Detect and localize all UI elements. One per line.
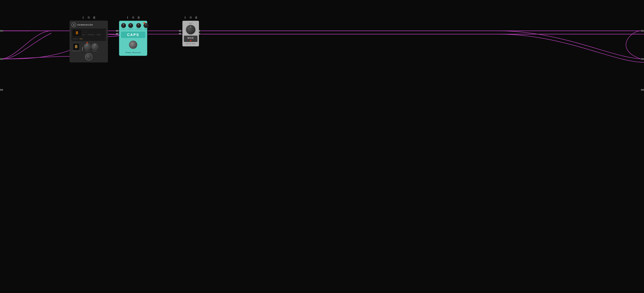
- lowpass-label: LOWPASS: [135, 28, 142, 30]
- gain-main-indicator: [190, 26, 191, 28]
- svg-rect-5: [641, 58, 644, 60]
- scale-row: SCALE: Minor: [73, 38, 105, 40]
- lowest-wet-label: LOWEST WET: [72, 50, 81, 51]
- harmonizer-bottom: 8 LOWEST WET | GAIN 1 GAIN 2: [72, 42, 106, 51]
- damping-indicator: [130, 24, 131, 25]
- gain-settings-icon[interactable]: ⚙: [189, 16, 192, 19]
- harmonizer-gain2-group: GAIN 2: [92, 43, 98, 51]
- harmonizer-title: HARMONIZER: [78, 24, 93, 26]
- harmonizer-controls: · · · · · · · · · · · · · · KEY INTERVAL…: [82, 30, 105, 35]
- reverb-toolbar: ℹ ⚙ 🗑: [126, 16, 140, 19]
- reverb-delete-icon[interactable]: 🗑: [137, 16, 140, 19]
- svg-rect-16: [179, 33, 181, 34]
- plate-reverb-plugin: ℹ ⚙ 🗑 DECAY DAMPING: [119, 16, 147, 56]
- reverb-footswitch-area: [121, 39, 145, 50]
- lowpass-indicator: [138, 24, 139, 25]
- gain-toolbar: ℹ ⚙ 🗑: [183, 16, 198, 19]
- harmonizer-body: A HARMONIZER 8 · · · · · · · · · · · · ·…: [70, 21, 108, 62]
- harmonizer-info-display: · · · · · · · · · · · · · ·: [82, 30, 87, 33]
- svg-rect-15: [179, 30, 181, 31]
- decay-label: DECAY: [121, 28, 126, 30]
- scale-value: Minor: [80, 38, 83, 40]
- reverb-knobs-row: DECAY DAMPING LOWPASS MIX: [121, 23, 145, 30]
- gain2-knob[interactable]: [92, 43, 98, 50]
- harmonizer-display-number: 8: [73, 30, 81, 37]
- plate-reverb-body: DECAY DAMPING LOWPASS MIX: [119, 21, 147, 56]
- separator-bar: |: [82, 46, 83, 51]
- harmonizer-logo: A: [72, 22, 76, 27]
- harmonizer-info-icon[interactable]: ℹ: [81, 16, 85, 19]
- harmonizer-display: 8 · · · · · · · · · · · · · · KEY INTERV…: [72, 28, 106, 41]
- mode-label: MODE: [97, 34, 101, 35]
- reverb-mix-knob[interactable]: [144, 23, 148, 28]
- mod-box: MOD: [184, 36, 198, 42]
- mod-text: MOD: [185, 37, 196, 39]
- reverb-decay-knob[interactable]: [121, 23, 126, 28]
- reverb-damping-knob[interactable]: [128, 23, 133, 28]
- display-number: 8: [73, 30, 81, 36]
- stereo-gain-plugin: ℹ ⚙ 🗑 GAIN MOD Stereo Gain: [182, 16, 199, 46]
- mix-label: MIX: [144, 28, 147, 30]
- stereo-gain-name: Stereo Gain: [184, 43, 198, 44]
- reverb-decay-group: DECAY: [121, 23, 126, 30]
- harmonizer-footswitch-area: [72, 53, 106, 60]
- harmonizer-delete-icon[interactable]: 🗑: [92, 16, 96, 19]
- harmonizer-toolbar: ℹ ⚙ 🗑: [81, 16, 96, 19]
- svg-rect-4: [641, 30, 644, 31]
- gain2-label: GAIN 2: [92, 50, 97, 51]
- gain1-indicator: [86, 44, 88, 45]
- reverb-settings-icon[interactable]: ⚙: [131, 16, 135, 19]
- harmonizer-footswitch[interactable]: [85, 53, 92, 60]
- reverb-info-icon[interactable]: ℹ: [126, 16, 129, 19]
- interval-label: INTERVAL: [88, 34, 94, 35]
- mod-led: [190, 40, 191, 41]
- harmonizer-settings-icon[interactable]: ⚙: [87, 16, 90, 19]
- scale-label: SCALE:: [73, 38, 78, 40]
- reverb-title: Plate Reverb: [121, 51, 145, 53]
- svg-rect-3: [0, 58, 3, 60]
- reverb-footswitch[interactable]: [129, 41, 137, 49]
- reverb-mix-group: MIX: [144, 23, 148, 30]
- reverb-lowpass-knob[interactable]: [136, 23, 141, 28]
- svg-rect-6: [0, 89, 3, 90]
- svg-rect-11: [116, 30, 118, 31]
- reverb-brand-text: CAPS: [122, 33, 144, 37]
- svg-rect-12: [116, 33, 118, 34]
- svg-rect-7: [641, 89, 644, 90]
- gain1-label: GAIN 1: [85, 50, 90, 51]
- gain-label-top: GAIN: [184, 22, 198, 24]
- gain1-knob[interactable]: [84, 43, 90, 50]
- harmonizer-lowest-wet-group: 8 LOWEST WET: [72, 43, 81, 51]
- gain2-indicator: [95, 44, 95, 45]
- harmonizer-header: A HARMONIZER: [72, 22, 106, 27]
- harmonizer-gain1-group: GAIN 1: [84, 42, 90, 51]
- gain-main-knob[interactable]: [186, 25, 196, 35]
- svg-rect-2: [0, 30, 3, 31]
- stereo-gain-body: GAIN MOD Stereo Gain: [182, 21, 199, 46]
- reverb-lowpass-group: LOWPASS: [135, 23, 142, 30]
- decay-indicator: [123, 24, 124, 25]
- reverb-brand: CAPS: [121, 32, 145, 38]
- reverb-damping-group: DAMPING: [127, 23, 134, 30]
- key-label: KEY: [82, 34, 85, 35]
- gain-info-icon[interactable]: ℹ: [183, 16, 187, 19]
- gain-delete-icon[interactable]: 🗑: [194, 16, 198, 19]
- damping-label: DAMPING: [127, 28, 134, 30]
- harmonizer-plugin: ℹ ⚙ 🗑 A HARMONIZER 8 · · · · · · ·: [70, 16, 108, 62]
- digit-display-8: 8: [73, 43, 79, 50]
- mix-indicator: [146, 24, 146, 25]
